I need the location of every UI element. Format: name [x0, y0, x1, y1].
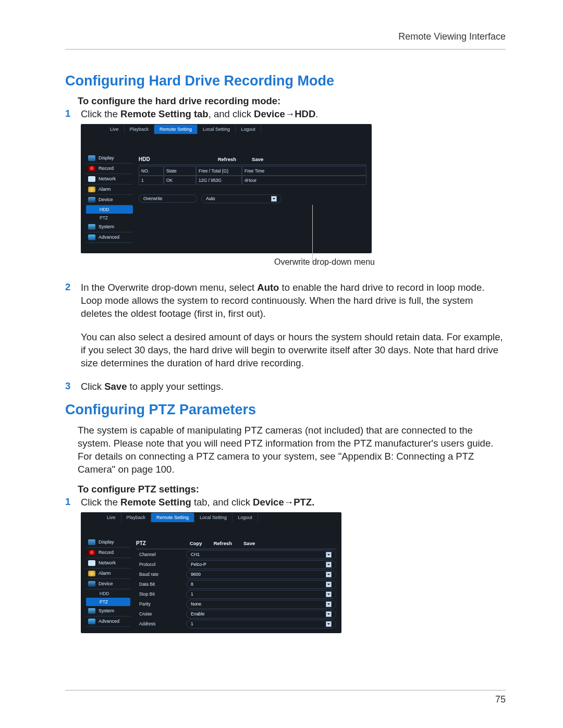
- cruise-dropdown[interactable]: Enable: [186, 610, 336, 619]
- monitor-icon: [88, 155, 95, 161]
- tab-logout[interactable]: Logout: [236, 125, 261, 134]
- ptz-panel: PTZ Copy Refresh Save Channel CH1 Protoc…: [133, 534, 341, 633]
- step-number: 1: [65, 108, 81, 121]
- panel-title: HDD: [139, 156, 150, 162]
- sidebar-sub-hdd[interactable]: HDD: [86, 589, 130, 598]
- baud-dropdown[interactable]: 9600: [186, 570, 336, 579]
- ptz-label: Cruise: [136, 610, 186, 618]
- section2-intro: The system is capable of manipulating PT…: [78, 424, 506, 476]
- chevron-down-icon: [326, 601, 332, 607]
- copy-button[interactable]: Copy: [190, 540, 202, 546]
- chevron-down-icon: [326, 591, 332, 597]
- overwrite-dropdown[interactable]: Auto: [201, 194, 282, 203]
- sidebar-item-display[interactable]: Display: [86, 537, 130, 548]
- sidebar-sub-ptz[interactable]: PTZ: [86, 598, 130, 606]
- chevron-down-icon: [271, 196, 277, 202]
- panel-title: PTZ: [136, 540, 146, 546]
- sidebar-item-record[interactable]: Record: [86, 548, 130, 558]
- tab-live[interactable]: Live: [105, 125, 125, 134]
- ptz-label: Channel: [136, 551, 186, 558]
- tab-logout[interactable]: Logout: [232, 513, 258, 522]
- device-icon: [88, 581, 95, 587]
- save-button[interactable]: Save: [243, 540, 255, 546]
- sidebar-item-alarm[interactable]: Alarm: [86, 184, 133, 195]
- sidebar-item-network[interactable]: Network: [86, 174, 133, 184]
- sidebar-item-system[interactable]: System: [86, 606, 130, 616]
- hdd-panel: HDD Refresh Save NO. State Free / Total …: [136, 150, 372, 246]
- stopbit-dropdown[interactable]: 1: [186, 590, 336, 599]
- step-text: Click the Remote Setting tab, and click …: [81, 108, 506, 121]
- section2-title: Configuring PTZ Parameters: [65, 402, 506, 418]
- th-free: Free / Total (G): [196, 166, 242, 176]
- tab-playback[interactable]: Playback: [121, 513, 152, 522]
- sidebar-sub-hdd[interactable]: HDD: [86, 205, 133, 214]
- databit-dropdown[interactable]: 8: [186, 580, 336, 589]
- ptz-row-baud: Baud rate 9600: [136, 570, 336, 579]
- sidebar-item-advanced[interactable]: Advanced: [86, 616, 130, 627]
- tab-remote-setting[interactable]: Remote Setting: [154, 125, 198, 134]
- sidebar-sub-ptz[interactable]: PTZ: [86, 214, 133, 222]
- chevron-down-icon: [326, 582, 332, 587]
- device-icon: [88, 197, 95, 203]
- section1-title: Configuring Hard Drive Recording Mode: [65, 73, 506, 89]
- sidebar-item-alarm[interactable]: Alarm: [86, 569, 130, 579]
- ptz-label: Stop Bit: [136, 590, 186, 598]
- system-icon: [88, 608, 95, 614]
- parity-dropdown[interactable]: None: [186, 600, 336, 609]
- refresh-button[interactable]: Refresh: [214, 540, 232, 546]
- topnav: Live Playback Remote Setting Local Setti…: [81, 512, 341, 523]
- ptz-row-parity: Parity None: [136, 600, 336, 609]
- step-2-paragraph: You can also select a desired amount of …: [81, 331, 506, 370]
- sidebar-item-advanced[interactable]: Advanced: [86, 232, 133, 243]
- sidebar-item-network[interactable]: Network: [86, 558, 130, 569]
- sidebar-item-device[interactable]: Device: [86, 195, 133, 205]
- monitor-icon: [88, 539, 95, 545]
- tab-live[interactable]: Live: [102, 513, 121, 522]
- sidebar-item-display[interactable]: Display: [86, 153, 133, 164]
- chevron-down-icon: [326, 552, 332, 558]
- header-right: Remote Viewing Interface: [398, 31, 506, 42]
- sidebar-item-record[interactable]: Record: [86, 164, 133, 174]
- chevron-down-icon: [326, 621, 332, 627]
- callout-line: [312, 205, 313, 262]
- header-rule: [65, 49, 506, 50]
- tab-local-setting[interactable]: Local Setting: [198, 125, 236, 134]
- refresh-button[interactable]: Refresh: [218, 156, 236, 162]
- ptz-row-stopbit: Stop Bit 1: [136, 590, 336, 599]
- protocol-dropdown[interactable]: Pelco-P: [186, 560, 336, 569]
- globe-icon: [88, 560, 95, 566]
- ptz-row-protocol: Protocol Pelco-P: [136, 560, 336, 569]
- table-row: 1 OK 12G / 953G 4Hour: [139, 176, 366, 185]
- step-2: 2 In the Overwrite drop-down menu, selec…: [65, 281, 506, 320]
- ptz-label: Protocol: [136, 561, 186, 568]
- section1-subhead: To configure the hard drive recording mo…: [78, 95, 506, 107]
- ptz-row-channel: Channel CH1: [136, 550, 336, 559]
- ptz-row-cruise: Cruise Enable: [136, 610, 336, 619]
- tab-playback[interactable]: Playback: [125, 125, 155, 134]
- section2-step-1: 1 Click the Remote Setting tab, and clic…: [65, 496, 506, 509]
- step-text: Click the Remote Setting tab, and click …: [81, 496, 506, 509]
- save-button[interactable]: Save: [252, 156, 263, 162]
- system-icon: [88, 224, 95, 230]
- ptz-row-address: Address 1: [136, 620, 336, 628]
- ptz-label: Baud rate: [136, 571, 186, 578]
- td-free: 12G / 953G: [196, 176, 242, 185]
- td-no: 1: [139, 176, 164, 185]
- td-freetime: 4Hour: [242, 176, 366, 185]
- tab-local-setting[interactable]: Local Setting: [194, 513, 232, 522]
- chevron-down-icon: [326, 572, 332, 577]
- page-number: 75: [495, 694, 506, 705]
- address-dropdown[interactable]: 1: [186, 620, 336, 628]
- step-number: 2: [65, 281, 81, 320]
- ptz-row-databit: Data Bit 8: [136, 580, 336, 589]
- section2-subhead: To configure PTZ settings:: [78, 484, 506, 495]
- th-freetime: Free Time: [242, 166, 366, 176]
- alarm-icon: [88, 187, 95, 192]
- chevron-down-icon: [326, 562, 332, 567]
- channel-dropdown[interactable]: CH1: [186, 550, 336, 559]
- screenshot-hdd: Live Playback Remote Setting Local Setti…: [81, 124, 372, 253]
- advanced-icon: [88, 235, 95, 240]
- sidebar-item-device[interactable]: Device: [86, 579, 130, 589]
- tab-remote-setting[interactable]: Remote Setting: [151, 513, 194, 522]
- sidebar-item-system[interactable]: System: [86, 222, 133, 232]
